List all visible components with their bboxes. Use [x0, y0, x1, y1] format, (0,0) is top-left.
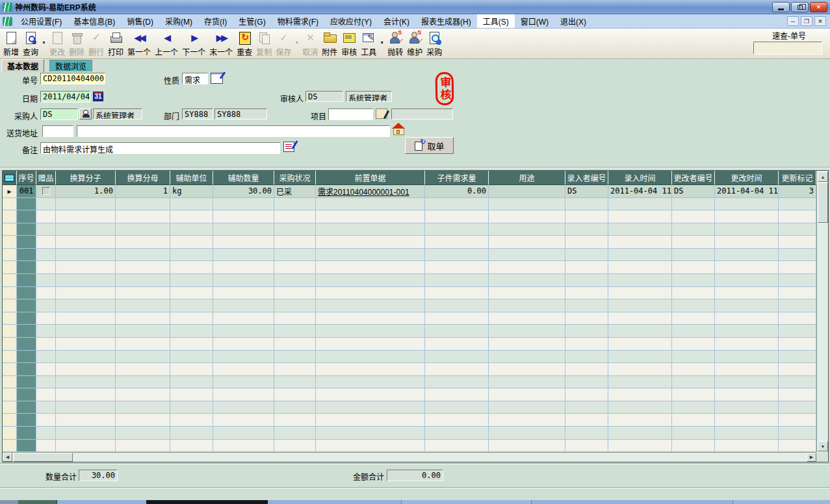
menu-item-0[interactable]: 公用设置(F)	[15, 14, 68, 28]
address-code-field[interactable]	[42, 125, 73, 137]
toolbar-print-button[interactable]: 打印	[106, 29, 125, 58]
doc-no-field[interactable]: CD201104040001	[40, 73, 105, 84]
cell-creator[interactable]: DS	[565, 185, 608, 198]
grid-header-status[interactable]: 采购状况	[274, 171, 316, 185]
vertical-scrollbar[interactable]: ▲ ▼	[816, 171, 828, 452]
date-field[interactable]: 2011/04/04	[40, 91, 90, 103]
grid-empty-row[interactable]	[3, 249, 816, 262]
grid-header-seq[interactable]: 序号	[17, 171, 36, 185]
menu-item-5[interactable]: 生管(G)	[233, 14, 271, 28]
grid-empty-row[interactable]	[3, 414, 816, 427]
grid-empty-row[interactable]	[3, 210, 816, 223]
cell-aux_unit[interactable]: kg	[170, 185, 213, 198]
menu-item-2[interactable]: 销售(D)	[121, 14, 159, 28]
grid-empty-row[interactable]	[3, 261, 816, 274]
grid-empty-row[interactable]	[3, 388, 816, 401]
toolbar-next-button[interactable]: ▶下一个	[180, 29, 207, 58]
grid-header-update_flag[interactable]: 更新标记	[779, 171, 816, 185]
cell-conv_den[interactable]: 1	[116, 185, 170, 198]
cell-conv_num[interactable]: 1.00	[56, 185, 116, 198]
vertical-scroll-thumb[interactable]	[818, 183, 828, 223]
menu-item-1[interactable]: 基本信息(B)	[68, 14, 121, 28]
grid-empty-row[interactable]	[3, 401, 816, 414]
toolbar-maintain-button[interactable]: ✓S维护	[405, 29, 424, 58]
mdi-child-icon[interactable]	[3, 17, 12, 26]
grid-header-source_doc[interactable]: 前置单据	[316, 171, 425, 185]
cell-usage[interactable]	[489, 185, 565, 198]
grid-header-sub_req[interactable]: 子件需求量	[425, 171, 489, 185]
cell-aux_qty[interactable]: 30.00	[213, 185, 274, 198]
menu-item-8[interactable]: 会计(K)	[378, 14, 415, 28]
cell-sub_req[interactable]: 0.00	[425, 185, 489, 198]
toolbar-tools-button[interactable]: 工具	[359, 29, 378, 58]
grid-empty-row[interactable]	[3, 312, 816, 325]
grid-header-aux_qty[interactable]: 辅助数量	[213, 171, 274, 185]
menu-item-12[interactable]: 退出(X)	[554, 14, 592, 28]
grid-empty-row[interactable]	[3, 299, 816, 312]
cell-status[interactable]: 已采	[274, 185, 316, 198]
grid-header-conv_den[interactable]: 换算分母	[116, 171, 170, 185]
grid-header-conv_num[interactable]: 换算分子	[56, 171, 116, 185]
mdi-restore-button[interactable]: ❐	[801, 16, 812, 26]
grid-empty-row[interactable]	[3, 287, 816, 300]
toolbar-query-button[interactable]: 查询	[21, 29, 40, 58]
remark-field[interactable]: 由物料需求计算生成	[40, 142, 280, 154]
cell-seq[interactable]: 001	[17, 185, 36, 198]
calendar-icon[interactable]: 31	[93, 92, 103, 101]
cell-source_doc[interactable]: 需求20110404000001-001	[316, 185, 425, 198]
menu-item-10[interactable]: 工具(S)	[477, 14, 515, 28]
grid-empty-row[interactable]	[3, 198, 816, 211]
toolbar-attachment-button[interactable]: 附件	[320, 29, 339, 58]
grid-empty-row[interactable]	[3, 223, 816, 236]
grid-empty-row[interactable]	[3, 440, 816, 452]
toolbar-transfer-button[interactable]: ✓S抛转	[385, 29, 405, 58]
toolbar-purchase-button[interactable]: 采购	[424, 29, 444, 58]
cell-modifier[interactable]: DS	[672, 185, 715, 198]
grid-header-creator[interactable]: 录入者编号	[565, 171, 608, 185]
fetch-doc-button[interactable]: 取单	[405, 137, 454, 154]
buyer-code-field[interactable]: DS	[40, 108, 78, 120]
house-icon[interactable]	[393, 124, 405, 135]
scroll-down-icon[interactable]: ▼	[818, 441, 828, 451]
quick-search-input[interactable]	[753, 42, 822, 55]
cell-modify_time[interactable]: 2011-04-04 11:59:09.0	[715, 185, 779, 198]
mdi-close-button[interactable]: ✕	[814, 16, 826, 26]
grid-empty-row[interactable]	[3, 325, 816, 338]
menu-item-4[interactable]: 存货(I)	[198, 14, 233, 28]
source-doc-link[interactable]: 需求20110404000001-001	[318, 186, 409, 197]
address-field[interactable]	[77, 125, 390, 137]
grid-empty-row[interactable]	[3, 363, 816, 376]
mdi-minimize-button[interactable]: ─	[787, 16, 799, 26]
minimize-button[interactable]	[772, 2, 790, 12]
grid-empty-row[interactable]	[3, 427, 816, 440]
cell-gift[interactable]	[36, 185, 56, 198]
toolbar-new-button[interactable]: 新增	[1, 29, 21, 58]
note-icon[interactable]	[283, 142, 294, 152]
grid-empty-row[interactable]	[3, 376, 816, 389]
grid-row-1[interactable]: ▶0011.001kg30.00已采需求20110404000001-0010.…	[3, 185, 816, 198]
menu-item-9[interactable]: 报表生成器(H)	[415, 14, 477, 28]
horizontal-scroll-thumb[interactable]	[13, 453, 73, 462]
grid-header-create_time[interactable]: 录入时间	[608, 171, 672, 185]
grid-header-modifier[interactable]: 更改者编号	[672, 171, 715, 185]
close-button[interactable]: ✕	[810, 2, 827, 12]
scroll-up-icon[interactable]: ▲	[818, 171, 828, 182]
grid-empty-row[interactable]	[3, 236, 816, 249]
gift-checkbox[interactable]	[42, 187, 50, 195]
toolbar-query-dropdown[interactable]: ▼	[40, 29, 47, 55]
toolbar-tools-dropdown[interactable]: ▼	[378, 29, 385, 55]
horizontal-scrollbar[interactable]: ◀ ▶	[3, 452, 816, 462]
grid-header-gift[interactable]: 赠品	[36, 171, 56, 185]
grid-corner-header[interactable]	[3, 171, 17, 185]
nature-field[interactable]: 需求	[182, 73, 208, 84]
toolbar-prev-button[interactable]: ◀上一个	[153, 29, 180, 58]
toolbar-audit-button[interactable]: 审核	[339, 29, 359, 58]
project-lookup-icon[interactable]	[376, 108, 387, 119]
menu-item-7[interactable]: 应收应付(Y)	[324, 14, 378, 28]
grid-header-modify_time[interactable]: 更改时间	[715, 171, 779, 185]
scroll-right-icon[interactable]: ▶	[807, 453, 816, 462]
tab-basic-data[interactable]: 基本数据	[1, 59, 44, 72]
grid-header-usage[interactable]: 用途	[489, 171, 565, 185]
project-code-field[interactable]	[328, 108, 373, 120]
menu-item-11[interactable]: 窗口(W)	[515, 14, 554, 28]
